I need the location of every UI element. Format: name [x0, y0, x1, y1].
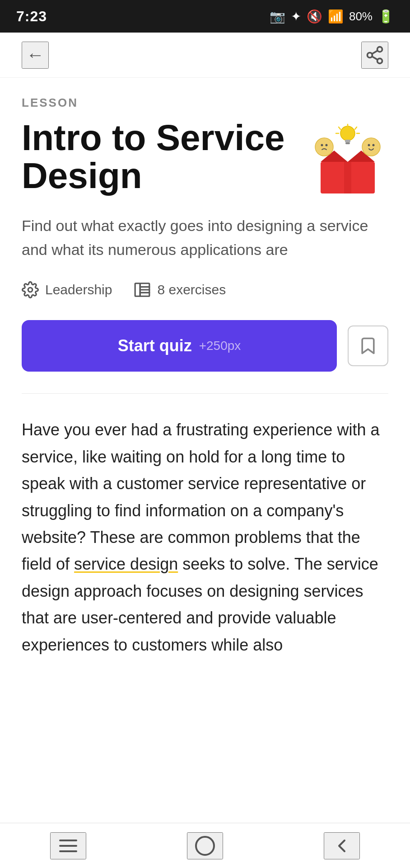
home-button[interactable]	[187, 832, 223, 859]
svg-point-12	[373, 144, 375, 146]
svg-point-30	[196, 837, 214, 855]
body-paragraph-1: Have you ever had a frustrating experien…	[22, 420, 379, 573]
lesson-title: Intro to Service Design	[22, 119, 298, 195]
mute-icon: 🔇	[307, 9, 322, 24]
svg-point-11	[368, 144, 370, 146]
bookmark-button[interactable]	[348, 326, 388, 366]
svg-point-10	[362, 138, 380, 156]
start-quiz-button[interactable]: Start quiz +250px	[22, 320, 337, 372]
status-bar: 7:23 📷 ✦ 🔇 📶 80% 🔋	[0, 0, 410, 33]
nav-bar: ←	[0, 33, 410, 78]
bookmark-icon	[358, 336, 378, 356]
svg-point-9	[326, 144, 328, 146]
lesson-description: Find out what exactly goes into designin…	[22, 214, 388, 261]
back-arrow-icon: ←	[26, 45, 44, 65]
exercises-icon	[134, 281, 151, 298]
hamburger-icon	[57, 835, 79, 857]
svg-point-8	[321, 144, 323, 146]
back-button[interactable]: ←	[22, 42, 49, 69]
status-icons: 📷 ✦ 🔇 📶 80% 🔋	[270, 9, 394, 24]
menu-button[interactable]	[50, 832, 86, 859]
category-meta: Leadership	[22, 281, 112, 298]
camera-icon: 📷	[270, 9, 285, 24]
battery-status: 80%	[349, 9, 373, 24]
status-time: 7:23	[16, 8, 47, 25]
main-content: LESSON Intro to Service Design	[0, 78, 410, 685]
category-label: Leadership	[45, 282, 112, 297]
start-quiz-label: Start quiz	[118, 336, 192, 355]
share-icon	[365, 45, 385, 65]
exercises-meta: 8 exercises	[134, 281, 226, 298]
android-back-button[interactable]	[324, 832, 360, 859]
svg-point-13	[340, 126, 355, 141]
home-circle-icon	[194, 835, 216, 857]
battery-icon: 🔋	[378, 9, 394, 24]
svg-rect-22	[135, 283, 140, 297]
svg-rect-15	[345, 142, 350, 144]
svg-line-17	[339, 127, 340, 129]
cta-row: Start quiz +250px	[22, 320, 388, 372]
body-text: Have you ever had a frustrating experien…	[22, 416, 388, 658]
svg-point-21	[28, 288, 33, 292]
title-section: Intro to Service Design	[22, 119, 388, 196]
svg-line-3	[372, 56, 378, 59]
lesson-section-label: LESSON	[22, 96, 388, 110]
service-design-link[interactable]: service design	[74, 555, 178, 573]
svg-rect-14	[345, 140, 350, 142]
bluetooth-icon: ✦	[291, 9, 301, 24]
meta-row: Leadership 8 exercises	[22, 281, 388, 298]
wifi-icon: 📶	[328, 9, 344, 24]
back-chevron-icon	[331, 835, 353, 857]
exercises-label: 8 exercises	[157, 282, 226, 297]
gear-icon	[22, 281, 39, 298]
illustration-svg	[307, 123, 388, 196]
svg-line-18	[355, 127, 357, 129]
lesson-illustration	[307, 123, 388, 196]
section-divider	[22, 393, 388, 394]
share-button[interactable]	[361, 42, 388, 69]
svg-rect-6	[344, 162, 351, 193]
svg-point-7	[315, 138, 333, 156]
svg-line-4	[372, 50, 378, 53]
bottom-nav	[0, 823, 410, 868]
start-quiz-badge: +250px	[199, 339, 241, 353]
